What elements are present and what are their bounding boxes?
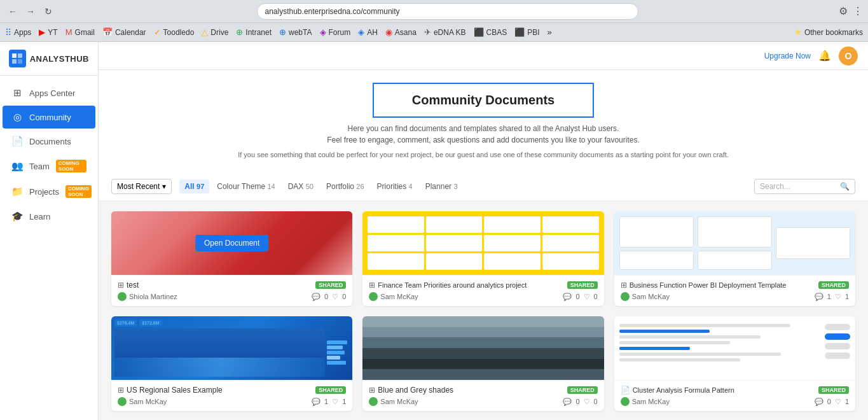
sidebar-item-documents[interactable]: 📄 Documents [3,130,95,153]
heart-icon-blue-grey: ♡ [584,398,590,406]
card-type-icon-test: ⊞ [118,281,124,290]
team-coming-soon-badge: COMING SOON [56,160,86,172]
bookmark-webta-label: webTA [289,28,312,37]
author-avatar-test [118,292,127,301]
bookmark-asana-label: Asana [395,28,417,37]
url-text: analysthub.enterprisedna.co/community [265,7,400,16]
back-button[interactable]: ← [5,4,20,19]
bookmark-toodledo[interactable]: ✓ Toodledo [154,27,195,37]
bookmark-more[interactable]: » [548,27,552,37]
comment-icon-us: 💬 [312,398,320,406]
sidebar-item-community[interactable]: ◎ Community [3,106,95,129]
sidebar-documents-label: Documents [29,137,71,146]
sort-dropdown[interactable]: Most Recent ▾ [111,179,172,194]
search-input[interactable] [760,182,836,191]
comment-icon-blue-grey: 💬 [563,398,572,406]
card-footer-business: ⊞ Business Function Power BI Deployment … [614,275,855,306]
filter-tab-planner[interactable]: Planner 3 [420,179,463,193]
filter-tab-colour-theme[interactable]: Colour Theme 14 [212,179,280,193]
author-avatar-finance [369,292,378,301]
card-title-row-us: ⊞ US Regional Sales Example SHARED [118,386,346,395]
card-stats-us: 💬 1 ♡ 1 [312,398,346,406]
extensions-icon[interactable]: ⚙ [839,5,848,17]
card-footer-us-regional: ⊞ US Regional Sales Example SHARED Sam M… [111,380,352,411]
bookmark-pbi[interactable]: ⬛ PBI [514,27,539,37]
heart-icon-test: ♡ [332,293,338,301]
tagline-text: If you see something that could be perfe… [238,151,729,158]
bookmark-drive[interactable]: △ Drive [202,27,228,37]
bookmark-ah[interactable]: ◈ AH [358,27,378,37]
comment-count-cluster: 0 [827,398,831,405]
bookmark-apps-label: Apps [14,28,31,37]
bookmark-apps[interactable]: ⠿ Apps [5,27,31,38]
search-box[interactable]: 🔍 [754,179,855,194]
filter-tab-portfolio[interactable]: Portfolio 26 [321,179,369,193]
author-name-cluster: Sam McKay [632,398,670,405]
bookmark-yt[interactable]: ▶ YT [39,27,57,37]
filter-all-count: 97 [196,183,204,190]
documents-icon: 📄 [11,136,23,147]
card-author-cluster: Sam McKay [621,397,670,406]
card-blue-grey-shades[interactable]: ⊞ Blue and Grey shades SHARED Sam McKay … [362,316,603,411]
heart-icon-cluster: ♡ [835,398,841,406]
upgrade-button[interactable]: Upgrade Now [764,52,811,60]
card-meta-finance: Sam McKay 💬 0 ♡ 0 [369,292,597,301]
card-meta-blue-grey: Sam McKay 💬 0 ♡ 0 [369,397,597,406]
card-title-row-test: ⊞ test SHARED [118,281,346,290]
notification-bell-icon[interactable]: 🔔 [818,50,831,62]
filter-tab-dax[interactable]: DAX 50 [283,179,319,193]
bookmark-ednakb[interactable]: ✈ eDNA KB [424,27,466,37]
filter-tab-priorities[interactable]: Priorities 4 [372,179,418,193]
filter-tab-all[interactable]: All 97 [179,179,209,193]
forward-button[interactable]: → [23,4,38,19]
bookmark-other-label: Other bookmarks [804,28,863,37]
bookmark-webta[interactable]: ⊕ webTA [279,27,312,37]
card-stats-test: 💬 0 ♡ 0 [312,293,346,301]
shared-badge-blue-grey: SHARED [567,386,598,394]
bookmark-intranet-label: Intranet [245,28,272,37]
card-test[interactable]: ⧉ 💬 ♡ Open Document ⊞ test SHARED [111,211,352,306]
bookmark-toodledo-label: Toodledo [163,28,195,37]
author-name-finance: Sam McKay [380,293,418,300]
sidebar-item-projects[interactable]: 📁 Projects COMING SOON [3,179,95,204]
bookmark-asana[interactable]: ◉ Asana [385,27,417,37]
refresh-button[interactable]: ↻ [41,4,56,19]
card-cluster-analysis[interactable]: 📄 Cluster Analysis Formula Pattern SHARE… [614,316,855,411]
bookmark-cbas[interactable]: ⬛ CBAS [474,27,507,37]
card-us-regional[interactable]: $276.4M $172.6M [111,316,352,411]
bookmark-ah-label: AH [367,28,378,37]
bookmark-gmail[interactable]: M Gmail [65,27,95,37]
sidebar-item-learn[interactable]: 🎓 Learn [3,205,95,228]
bookmark-intranet[interactable]: ⊕ Intranet [236,27,272,37]
card-business-function[interactable]: ⊞ Business Function Power BI Deployment … [614,211,855,306]
main-area: Upgrade Now 🔔 O Community Documents Here… [99,42,868,420]
card-author-business: Sam McKay [621,292,670,301]
bookmark-forum[interactable]: ◈ Forum [320,27,351,37]
logo-icon [9,50,26,67]
team-icon: 👥 [11,160,23,172]
sidebar-item-apps-center[interactable]: ⊞ Apps Center [3,81,95,104]
user-avatar[interactable]: O [839,46,858,66]
header-bar: Upgrade Now 🔔 O [99,42,868,70]
sidebar-item-team[interactable]: 👥 Team COMING SOON [3,154,95,178]
card-stats-blue-grey: 💬 0 ♡ 0 [563,398,597,406]
card-stats-cluster: 💬 0 ♡ 1 [815,398,849,406]
main-content: Community Documents Here you can find do… [99,70,868,420]
comment-icon-finance: 💬 [563,293,572,301]
menu-icon[interactable]: ⋮ [853,5,863,17]
card-author-finance: Sam McKay [369,292,418,301]
card-finance-priorities[interactable]: ⊞ Finance Team Priorities around analyti… [362,211,603,306]
svg-rect-2 [12,59,17,64]
card-author-blue-grey: Sam McKay [369,397,418,406]
bookmark-other[interactable]: ★ Other bookmarks [794,27,863,37]
bookmark-calendar[interactable]: 📅 Calendar [102,27,146,37]
app-container: ANALYSTHUB ⊞ Apps Center ◎ Community 📄 D… [0,42,868,420]
card-title-blue-grey: Blue and Grey shades [378,386,567,395]
card-meta-business: Sam McKay 💬 1 ♡ 1 [621,292,849,301]
card-thumb-cluster [614,316,855,380]
heart-icon-finance: ♡ [584,293,590,301]
address-bar[interactable]: analysthub.enterprisedna.co/community [257,3,638,20]
like-count-business: 1 [845,293,849,300]
sidebar-apps-center-label: Apps Center [29,88,75,98]
like-count-cluster: 1 [845,398,849,405]
